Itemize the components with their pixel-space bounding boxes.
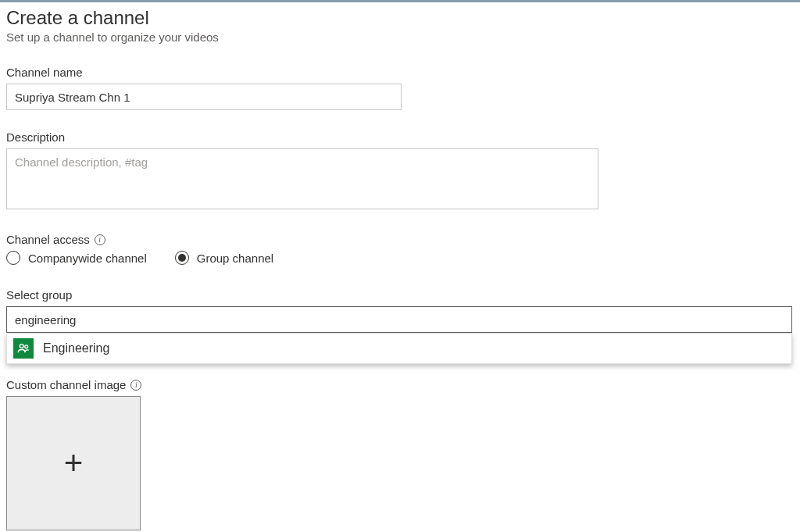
description-label: Description (6, 130, 794, 144)
radio-circle-icon (175, 251, 189, 265)
channel-name-label: Channel name (6, 66, 794, 79)
group-suggestion-item[interactable]: Engineering (7, 334, 791, 363)
radio-companywide[interactable]: Companywide channel (6, 251, 147, 265)
page-subtitle: Set up a channel to organize your videos (6, 30, 794, 44)
svg-point-1 (25, 345, 28, 348)
channel-name-input[interactable] (6, 84, 402, 110)
radio-companywide-label: Companywide channel (28, 252, 147, 265)
channel-access-label: Channel access i (6, 233, 794, 246)
group-icon (13, 338, 34, 359)
radio-circle-icon (6, 251, 20, 265)
radio-dot-icon (178, 254, 186, 262)
select-group-label: Select group (6, 288, 794, 302)
info-icon[interactable]: i (95, 234, 105, 245)
description-input[interactable] (6, 148, 598, 209)
plus-icon: + (64, 447, 84, 480)
radio-group-label: Group channel (197, 252, 273, 265)
custom-image-label: Custom channel image i (6, 378, 794, 391)
svg-point-0 (20, 345, 23, 348)
radio-group[interactable]: Group channel (175, 251, 273, 265)
group-dropdown: Engineering (6, 333, 792, 364)
image-upload-button[interactable]: + (6, 396, 141, 530)
page-title: Create a channel (6, 7, 794, 29)
group-suggestion-text: Engineering (43, 341, 109, 355)
select-group-input[interactable] (6, 306, 792, 333)
info-icon[interactable]: i (130, 380, 141, 391)
